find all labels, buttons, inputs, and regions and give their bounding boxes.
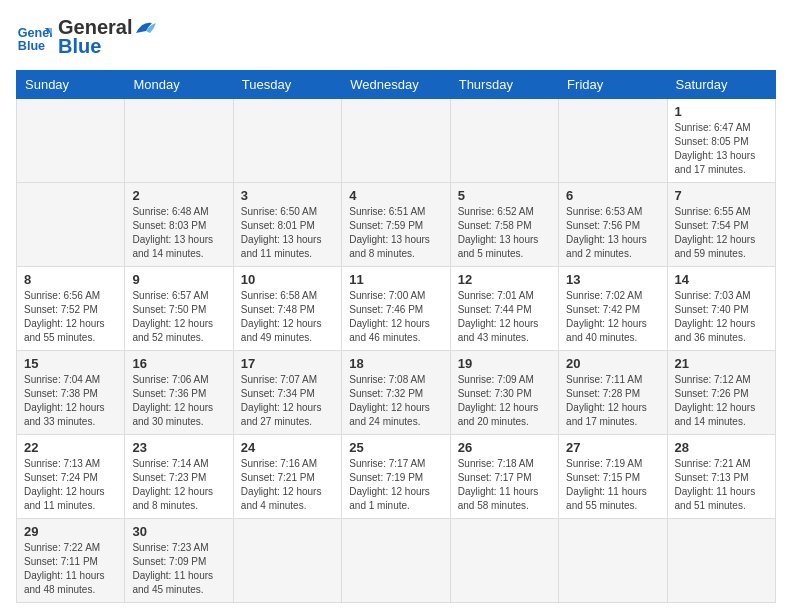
day-number: 15 [24,356,117,371]
day-info: Sunrise: 7:06 AMSunset: 7:36 PMDaylight:… [132,374,213,427]
calendar-cell: 20 Sunrise: 7:11 AMSunset: 7:28 PMDaylig… [559,351,667,435]
day-info: Sunrise: 6:48 AMSunset: 8:03 PMDaylight:… [132,206,213,259]
day-number: 26 [458,440,551,455]
day-info: Sunrise: 7:17 AMSunset: 7:19 PMDaylight:… [349,458,430,511]
calendar-cell: 3 Sunrise: 6:50 AMSunset: 8:01 PMDayligh… [233,183,341,267]
calendar-cell: 23 Sunrise: 7:14 AMSunset: 7:23 PMDaylig… [125,435,233,519]
calendar-cell: 12 Sunrise: 7:01 AMSunset: 7:44 PMDaylig… [450,267,558,351]
day-number: 11 [349,272,442,287]
col-header-tuesday: Tuesday [233,71,341,99]
day-number: 20 [566,356,659,371]
calendar-cell [450,99,558,183]
day-info: Sunrise: 7:12 AMSunset: 7:26 PMDaylight:… [675,374,756,427]
calendar-cell: 6 Sunrise: 6:53 AMSunset: 7:56 PMDayligh… [559,183,667,267]
day-number: 10 [241,272,334,287]
day-info: Sunrise: 6:57 AMSunset: 7:50 PMDaylight:… [132,290,213,343]
calendar-cell: 1 Sunrise: 6:47 AMSunset: 8:05 PMDayligh… [667,99,775,183]
calendar-cell: 26 Sunrise: 7:18 AMSunset: 7:17 PMDaylig… [450,435,558,519]
day-info: Sunrise: 7:18 AMSunset: 7:17 PMDaylight:… [458,458,539,511]
day-number: 6 [566,188,659,203]
day-number: 23 [132,440,225,455]
calendar-cell: 2 Sunrise: 6:48 AMSunset: 8:03 PMDayligh… [125,183,233,267]
day-number: 5 [458,188,551,203]
calendar-cell: 10 Sunrise: 6:58 AMSunset: 7:48 PMDaylig… [233,267,341,351]
day-number: 24 [241,440,334,455]
calendar-cell: 18 Sunrise: 7:08 AMSunset: 7:32 PMDaylig… [342,351,450,435]
day-number: 13 [566,272,659,287]
calendar-cell [559,519,667,603]
day-number: 30 [132,524,225,539]
day-info: Sunrise: 7:11 AMSunset: 7:28 PMDaylight:… [566,374,647,427]
day-number: 8 [24,272,117,287]
calendar-cell: 25 Sunrise: 7:17 AMSunset: 7:19 PMDaylig… [342,435,450,519]
calendar-cell: 27 Sunrise: 7:19 AMSunset: 7:15 PMDaylig… [559,435,667,519]
day-info: Sunrise: 6:51 AMSunset: 7:59 PMDaylight:… [349,206,430,259]
calendar-cell [342,99,450,183]
day-number: 17 [241,356,334,371]
day-info: Sunrise: 7:03 AMSunset: 7:40 PMDaylight:… [675,290,756,343]
day-info: Sunrise: 7:21 AMSunset: 7:13 PMDaylight:… [675,458,756,511]
day-number: 12 [458,272,551,287]
day-number: 19 [458,356,551,371]
calendar-cell: 5 Sunrise: 6:52 AMSunset: 7:58 PMDayligh… [450,183,558,267]
calendar-cell: 13 Sunrise: 7:02 AMSunset: 7:42 PMDaylig… [559,267,667,351]
day-info: Sunrise: 7:13 AMSunset: 7:24 PMDaylight:… [24,458,105,511]
day-number: 29 [24,524,117,539]
day-info: Sunrise: 7:07 AMSunset: 7:34 PMDaylight:… [241,374,322,427]
day-info: Sunrise: 7:19 AMSunset: 7:15 PMDaylight:… [566,458,647,511]
calendar-cell: 28 Sunrise: 7:21 AMSunset: 7:13 PMDaylig… [667,435,775,519]
day-info: Sunrise: 7:01 AMSunset: 7:44 PMDaylight:… [458,290,539,343]
day-number: 7 [675,188,768,203]
svg-text:Blue: Blue [18,39,45,53]
day-info: Sunrise: 6:55 AMSunset: 7:54 PMDaylight:… [675,206,756,259]
day-info: Sunrise: 7:08 AMSunset: 7:32 PMDaylight:… [349,374,430,427]
col-header-wednesday: Wednesday [342,71,450,99]
day-number: 21 [675,356,768,371]
day-info: Sunrise: 7:02 AMSunset: 7:42 PMDaylight:… [566,290,647,343]
day-number: 9 [132,272,225,287]
calendar-cell: 16 Sunrise: 7:06 AMSunset: 7:36 PMDaylig… [125,351,233,435]
calendar-cell: 17 Sunrise: 7:07 AMSunset: 7:34 PMDaylig… [233,351,341,435]
calendar-cell [559,99,667,183]
logo-icon: General Blue [16,19,52,55]
day-info: Sunrise: 7:00 AMSunset: 7:46 PMDaylight:… [349,290,430,343]
calendar-cell [233,519,341,603]
day-info: Sunrise: 7:16 AMSunset: 7:21 PMDaylight:… [241,458,322,511]
calendar-cell: 7 Sunrise: 6:55 AMSunset: 7:54 PMDayligh… [667,183,775,267]
day-info: Sunrise: 7:09 AMSunset: 7:30 PMDaylight:… [458,374,539,427]
col-header-saturday: Saturday [667,71,775,99]
day-number: 28 [675,440,768,455]
day-info: Sunrise: 7:23 AMSunset: 7:09 PMDaylight:… [132,542,213,595]
calendar-cell: 4 Sunrise: 6:51 AMSunset: 7:59 PMDayligh… [342,183,450,267]
day-info: Sunrise: 6:52 AMSunset: 7:58 PMDaylight:… [458,206,539,259]
calendar-cell: 21 Sunrise: 7:12 AMSunset: 7:26 PMDaylig… [667,351,775,435]
day-info: Sunrise: 6:50 AMSunset: 8:01 PMDaylight:… [241,206,322,259]
logo: General Blue General Blue [16,16,156,58]
col-header-friday: Friday [559,71,667,99]
calendar-cell: 11 Sunrise: 7:00 AMSunset: 7:46 PMDaylig… [342,267,450,351]
day-number: 18 [349,356,442,371]
calendar-cell [233,99,341,183]
calendar-table: SundayMondayTuesdayWednesdayThursdayFrid… [16,70,776,603]
day-number: 22 [24,440,117,455]
day-number: 2 [132,188,225,203]
day-number: 25 [349,440,442,455]
calendar-cell: 8 Sunrise: 6:56 AMSunset: 7:52 PMDayligh… [17,267,125,351]
day-number: 27 [566,440,659,455]
calendar-cell [342,519,450,603]
calendar-cell: 29 Sunrise: 7:22 AMSunset: 7:11 PMDaylig… [17,519,125,603]
calendar-cell: 24 Sunrise: 7:16 AMSunset: 7:21 PMDaylig… [233,435,341,519]
calendar-cell [17,183,125,267]
calendar-cell [125,99,233,183]
day-info: Sunrise: 6:47 AMSunset: 8:05 PMDaylight:… [675,122,756,175]
calendar-cell: 15 Sunrise: 7:04 AMSunset: 7:38 PMDaylig… [17,351,125,435]
day-info: Sunrise: 7:04 AMSunset: 7:38 PMDaylight:… [24,374,105,427]
day-info: Sunrise: 6:56 AMSunset: 7:52 PMDaylight:… [24,290,105,343]
day-number: 16 [132,356,225,371]
calendar-cell: 19 Sunrise: 7:09 AMSunset: 7:30 PMDaylig… [450,351,558,435]
calendar-cell [450,519,558,603]
day-number: 4 [349,188,442,203]
day-info: Sunrise: 7:22 AMSunset: 7:11 PMDaylight:… [24,542,105,595]
calendar-cell: 9 Sunrise: 6:57 AMSunset: 7:50 PMDayligh… [125,267,233,351]
day-info: Sunrise: 6:53 AMSunset: 7:56 PMDaylight:… [566,206,647,259]
